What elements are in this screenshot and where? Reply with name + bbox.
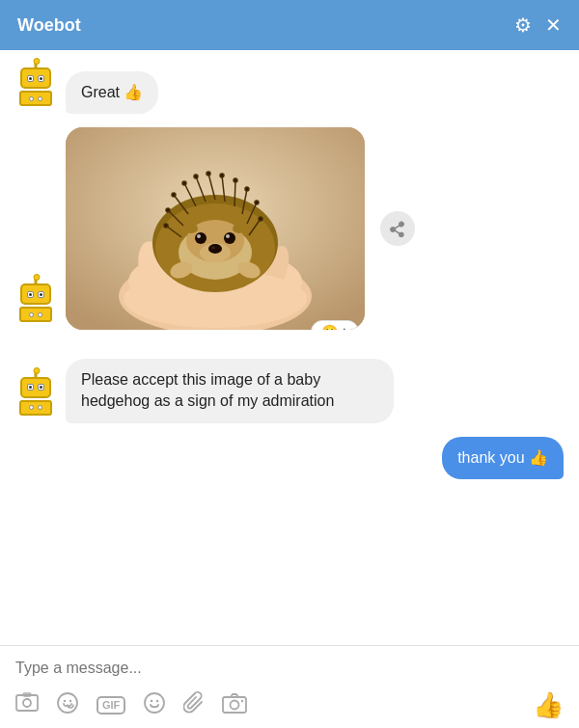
share-icon <box>390 220 405 237</box>
svg-point-26 <box>220 174 224 177</box>
robot-antenna-3 <box>35 372 38 378</box>
robot-dot-5 <box>29 405 34 410</box>
svg-point-40 <box>195 232 207 244</box>
reaction-plus: + <box>341 324 348 330</box>
svg-point-29 <box>255 201 259 204</box>
user-message-1: thank you 👍 <box>15 437 564 479</box>
hedgehog-svg <box>66 127 365 330</box>
gif-button[interactable]: GIF <box>96 696 125 715</box>
svg-rect-57 <box>223 697 246 713</box>
svg-point-34 <box>166 208 170 212</box>
svg-point-44 <box>184 224 198 233</box>
robot-head-2 <box>20 283 51 305</box>
share-button[interactable] <box>380 211 415 246</box>
emoji-icon[interactable] <box>143 691 166 720</box>
svg-point-39 <box>211 247 215 250</box>
robot-dot-4 <box>38 312 42 317</box>
robot-dot-2 <box>38 96 42 101</box>
header-actions: ⚙ ✕ <box>514 13 562 37</box>
svg-point-42 <box>197 234 201 238</box>
robot-antenna <box>35 63 38 68</box>
robot-eye-left <box>27 75 34 82</box>
bot-message-3: Please accept this image of a baby hedge… <box>15 359 564 423</box>
svg-point-55 <box>151 699 153 702</box>
bot-bubble-text-1: Great 👍 <box>66 71 158 114</box>
svg-point-35 <box>164 224 168 228</box>
bot-bubble-text-3: Please accept this image of a baby hedge… <box>66 359 394 423</box>
svg-point-31 <box>194 175 198 178</box>
settings-icon[interactable]: ⚙ <box>514 13 532 37</box>
robot-dot-1 <box>29 96 34 101</box>
chat-area: Great 👍 <box>0 50 579 645</box>
toolbar: GIF 👍 <box>15 687 564 720</box>
robot-body-2 <box>19 307 52 322</box>
robot-head <box>20 67 51 89</box>
svg-point-30 <box>259 217 262 221</box>
svg-point-54 <box>145 693 164 713</box>
svg-point-33 <box>172 193 176 197</box>
svg-line-16 <box>234 180 235 206</box>
user-bubble-text-1: thank you 👍 <box>442 437 564 479</box>
svg-point-59 <box>241 699 243 701</box>
attach-icon[interactable] <box>183 691 205 720</box>
svg-point-56 <box>156 699 159 702</box>
svg-point-43 <box>226 234 230 238</box>
hedgehog-image: 🙂 + <box>66 127 365 330</box>
svg-point-41 <box>224 232 235 244</box>
robot-dot-6 <box>38 405 42 410</box>
message-input[interactable] <box>15 656 564 687</box>
chat-header: Woebot ⚙ ✕ <box>0 0 579 50</box>
bot-avatar <box>15 67 56 114</box>
robot-dot-3 <box>29 312 34 317</box>
robot-body <box>19 91 52 106</box>
bot-message-1: Great 👍 <box>15 67 564 114</box>
bot-message-text-3: Please accept this image of a baby hedge… <box>81 371 334 409</box>
svg-point-45 <box>233 224 246 233</box>
input-area: GIF 👍 <box>0 646 579 728</box>
svg-point-53 <box>69 699 71 701</box>
reaction-emoji: 🙂 <box>321 324 338 330</box>
robot-eye-left-3 <box>27 384 34 391</box>
user-message-text-1: thank you 👍 <box>457 449 548 466</box>
robot-head-3 <box>20 377 51 398</box>
svg-point-52 <box>64 699 66 701</box>
svg-rect-48 <box>16 695 38 711</box>
svg-point-25 <box>207 172 210 175</box>
close-icon[interactable]: ✕ <box>545 13 562 37</box>
robot-eye-right-3 <box>38 384 44 391</box>
robot-eye-right-2 <box>38 291 44 298</box>
robot-eye-right <box>38 75 44 82</box>
svg-point-32 <box>182 181 186 185</box>
robot-body-3 <box>19 400 52 416</box>
svg-point-49 <box>23 699 31 707</box>
svg-point-51 <box>58 693 77 713</box>
svg-point-58 <box>231 700 239 709</box>
bot-message-image-row: 🙂 + <box>15 127 564 330</box>
photo-icon[interactable] <box>15 692 39 719</box>
thumbs-up-send-button[interactable]: 👍 <box>533 690 564 720</box>
bot-avatar-3 <box>15 377 56 423</box>
svg-point-27 <box>234 178 237 182</box>
robot-eye-left-2 <box>27 291 34 298</box>
bot-avatar-2 <box>15 283 56 330</box>
header-title: Woebot <box>17 15 81 36</box>
reaction-button[interactable]: 🙂 + <box>311 320 359 330</box>
svg-point-28 <box>245 187 249 191</box>
camera-icon[interactable] <box>222 692 247 719</box>
sticker-icon[interactable] <box>56 691 79 720</box>
bot-message-text-1: Great 👍 <box>81 84 143 100</box>
svg-point-38 <box>208 244 222 254</box>
robot-antenna-2 <box>35 279 38 284</box>
